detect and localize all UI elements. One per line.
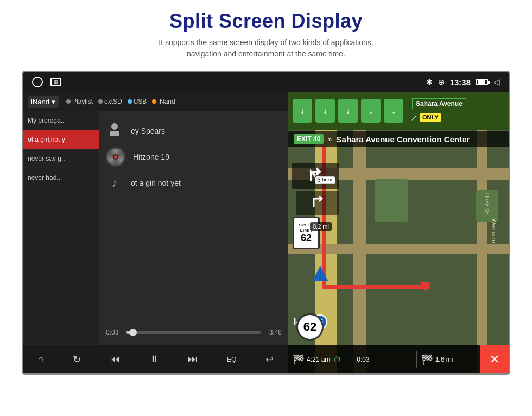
gallery-icon: ▦ bbox=[50, 78, 61, 86]
exit-badge: EXIT 40 bbox=[294, 134, 324, 144]
artist-name: ey Spears bbox=[131, 127, 165, 135]
battery-icon bbox=[476, 79, 488, 85]
cd-icon bbox=[106, 147, 125, 167]
artist-row: ey Spears bbox=[106, 122, 282, 140]
home-circle-icon bbox=[32, 77, 43, 87]
flag-end-icon: 🏁 bbox=[421, 354, 433, 365]
arrow-1: ↓ bbox=[293, 99, 312, 123]
music-main: My preroga.. ot a girl,not y never say g… bbox=[23, 111, 288, 345]
bluetooth-icon: ✱ bbox=[426, 78, 433, 86]
eta-time: 4:21 am bbox=[307, 356, 330, 363]
highway-arrows: ↓ ↓ ↓ ↓ ↓ bbox=[293, 99, 403, 123]
controls-bar: ⌂ ↻ ⏮ ⏸ ⏭ EQ ↩ bbox=[23, 345, 288, 373]
remaining-dist: 1.6 mi bbox=[435, 356, 453, 363]
music-note-icon: ♪ bbox=[106, 174, 123, 192]
navigation-panel: Birch St Westwoo ↓ ↓ ↓ ↓ ↓ Sahara Avenue… bbox=[288, 92, 509, 373]
nav-top-sign: ↓ ↓ ↓ ↓ ↓ Sahara Avenue ↑ ONLY bbox=[288, 92, 509, 130]
status-left: ▦ bbox=[32, 77, 61, 87]
prev-button[interactable]: ⏮ bbox=[105, 350, 125, 368]
location-icon: ⊕ bbox=[438, 78, 445, 86]
status-bar: ▦ ✱ ⊕ 13:38 ◁ bbox=[23, 72, 509, 92]
track-info: ey Spears Hitzone 19 ♪ bbox=[106, 122, 282, 192]
playlist-item-1[interactable]: ot a girl,not y bbox=[23, 130, 99, 149]
clock-icon: ⏱ bbox=[333, 355, 341, 364]
status-right: ✱ ⊕ 13:38 ◁ bbox=[426, 77, 500, 87]
arrow-5: ↓ bbox=[384, 99, 403, 123]
arrow-4: ↓ bbox=[361, 99, 381, 123]
inand-tab[interactable]: iNand bbox=[152, 98, 175, 105]
only-sign: ONLY bbox=[420, 113, 441, 122]
status-time: 13:38 bbox=[450, 78, 471, 87]
playlist-item-2[interactable]: never say g.. bbox=[23, 149, 99, 168]
route-line-h bbox=[322, 285, 430, 289]
playlist-item-0[interactable]: My preroga.. bbox=[23, 111, 99, 130]
eq-button[interactable]: EQ bbox=[221, 352, 242, 367]
time-total: 3:48 bbox=[265, 329, 282, 336]
dist-badge: 0.2 mi bbox=[310, 222, 332, 231]
playlist-tab[interactable]: Playlist bbox=[66, 98, 93, 105]
nav-bottom-bar: 🏁 4:21 am ⏱ 0:03 🏁 1.6 mi ✕ bbox=[288, 345, 509, 373]
page-subtitle: It supports the same screen display of t… bbox=[0, 37, 532, 60]
westwood-label: Westwoo bbox=[490, 218, 497, 243]
back-button[interactable]: ↩ bbox=[260, 350, 279, 369]
sahara-sign: Sahara Avenue bbox=[412, 98, 466, 109]
exit-sign: EXIT 40 » Sahara Avenue Convention Cente… bbox=[288, 131, 509, 147]
street-sign-area: Sahara Avenue ↑ ONLY bbox=[412, 98, 466, 124]
music-panel: iNand ▾ Playlist extSD USB bbox=[23, 92, 288, 373]
progress-bar-row: 0:03 3:48 bbox=[106, 329, 282, 336]
speed-limit-sign: SPEED LIMIT 62 bbox=[293, 217, 320, 249]
red-triangle bbox=[420, 282, 430, 292]
source-dropdown[interactable]: iNand ▾ bbox=[28, 96, 59, 108]
arrow-3: ↓ bbox=[338, 99, 358, 123]
here-logo: here bbox=[320, 176, 334, 184]
track-row: ♪ ot a girl not yet bbox=[106, 174, 282, 192]
source-bar: iNand ▾ Playlist extSD USB bbox=[23, 92, 288, 111]
time-current: 0:03 bbox=[106, 329, 122, 336]
track-name: ot a girl not yet bbox=[131, 179, 181, 187]
repeat-button[interactable]: ↻ bbox=[67, 350, 86, 369]
album-row: Hitzone 19 bbox=[106, 147, 282, 167]
speed-limit-number: 62 bbox=[301, 233, 312, 243]
turn-icon-2 bbox=[296, 191, 339, 215]
back-icon: ◁ bbox=[493, 77, 500, 87]
arrow-2: ↓ bbox=[315, 99, 335, 123]
next-button[interactable]: ⏭ bbox=[182, 350, 203, 368]
album-name: Hitzone 19 bbox=[133, 153, 169, 161]
pause-button[interactable]: ⏸ bbox=[144, 350, 164, 368]
current-speed-display: 62 bbox=[296, 313, 324, 341]
progress-thumb[interactable] bbox=[129, 329, 137, 336]
vehicle-arrow bbox=[313, 266, 328, 281]
travel-time: 0:03 bbox=[357, 356, 369, 363]
progress-area: 0:03 3:48 bbox=[106, 325, 282, 339]
travel-section: 0:03 bbox=[352, 356, 416, 363]
flag-start-icon: 🏁 bbox=[293, 354, 305, 365]
eta-section: 🏁 4:21 am ⏱ bbox=[288, 354, 352, 365]
extsd-tab[interactable]: extSD bbox=[98, 98, 122, 105]
playlist-sidebar: My preroga.. ot a girl,not y never say g… bbox=[23, 111, 99, 345]
page-title: Split Screen Display bbox=[0, 10, 532, 33]
page-header: Split Screen Display It supports the sam… bbox=[0, 0, 532, 65]
progress-bar[interactable] bbox=[126, 331, 261, 334]
exit-arrow-area: ↑ ONLY bbox=[412, 111, 466, 124]
distance-section: 🏁 1.6 mi bbox=[417, 354, 480, 365]
device-frame: ▦ ✱ ⊕ 13:38 ◁ iNand ▾ bbox=[22, 71, 510, 375]
now-playing: ey Spears Hitzone 19 ♪ bbox=[99, 111, 288, 345]
playlist-item-3[interactable]: never had.. bbox=[23, 168, 99, 187]
road-horizontal-2 bbox=[288, 244, 509, 254]
destination-text: Sahara Avenue Convention Center bbox=[337, 135, 470, 144]
artist-icon bbox=[106, 122, 123, 140]
usb-tab[interactable]: USB bbox=[128, 98, 147, 105]
nav-close-button[interactable]: ✕ bbox=[480, 345, 509, 374]
map-green-1 bbox=[375, 179, 408, 222]
birch-st-label: Birch St bbox=[484, 193, 491, 215]
chevron-down-icon: ▾ bbox=[52, 98, 55, 106]
home-button[interactable]: ⌂ bbox=[33, 350, 49, 368]
split-content: iNand ▾ Playlist extSD USB bbox=[23, 92, 509, 373]
source-tabs: Playlist extSD USB iNand bbox=[66, 98, 175, 105]
